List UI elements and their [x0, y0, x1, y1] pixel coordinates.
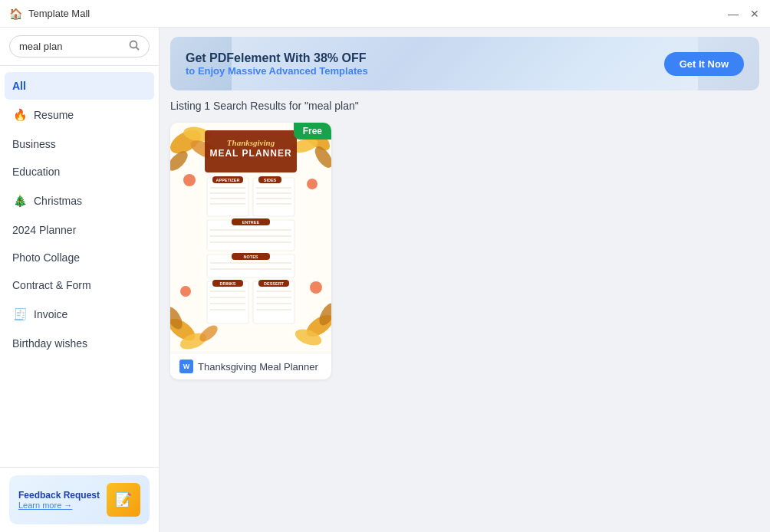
sidebar-footer: Feedback Request Learn more → 📝	[0, 467, 159, 532]
template-card[interactable]: Free	[170, 123, 331, 379]
sidebar-item-birthday-wishes[interactable]: Birthday wishes	[0, 330, 159, 357]
templates-grid: Free	[170, 123, 759, 379]
search-box[interactable]	[9, 35, 150, 57]
svg-text:MEAL PLANNER: MEAL PLANNER	[209, 148, 291, 159]
feedback-card: Feedback Request Learn more → 📝	[9, 475, 150, 524]
sidebar-item-planner[interactable]: 2024 Planner	[0, 216, 159, 244]
banner-text: Get PDFelement With 38% OFF to Enjoy Mas…	[186, 51, 368, 77]
sidebar-item-label: All	[12, 80, 26, 92]
svg-point-18	[307, 179, 318, 189]
svg-rect-24	[207, 178, 248, 216]
svg-point-0	[130, 41, 137, 48]
sidebar-item-label: Birthday wishes	[12, 337, 87, 350]
sidebar-item-invoice[interactable]: 🧾 Invoice	[0, 299, 159, 330]
search-input[interactable]	[19, 41, 124, 52]
titlebar-left: 🏠 Template Mall	[9, 8, 90, 20]
sidebar-item-christmas[interactable]: 🎄 Christmas	[0, 186, 159, 216]
sidebar-item-label: Photo Collage	[12, 251, 80, 264]
svg-rect-50	[253, 281, 295, 323]
window-controls: — ✕	[727, 8, 761, 20]
fire-icon: 🔥	[12, 107, 28, 123]
sidebar-item-all[interactable]: All	[5, 72, 154, 100]
app-title: Template Mall	[28, 8, 90, 19]
sidebar-item-label: Business	[12, 138, 56, 150]
template-thumbnail: Free	[170, 123, 331, 353]
home-icon: 🏠	[9, 8, 22, 20]
promo-banner: Get PDFelement With 38% OFF to Enjoy Mas…	[170, 37, 759, 90]
template-name: Thanksgiving Meal Planner	[198, 361, 318, 373]
doc-icon: W	[179, 360, 193, 373]
titlebar: 🏠 Template Mall — ✕	[0, 0, 770, 28]
svg-point-20	[310, 281, 322, 294]
banner-subtitle: to Enjoy Massive Advanced Templates	[186, 65, 368, 77]
sidebar-item-label: Education	[12, 166, 60, 178]
svg-text:DESSERT: DESSERT	[264, 281, 285, 286]
banner-title: Get PDFelement With 38% OFF	[186, 51, 368, 65]
svg-rect-49	[207, 281, 248, 323]
svg-text:APPETIZER: APPETIZER	[216, 178, 240, 182]
svg-text:NOTES: NOTES	[244, 255, 258, 259]
svg-line-1	[137, 48, 140, 51]
svg-text:Thanksgiving: Thanksgiving	[227, 138, 275, 147]
banner-subtitle-text: to Enjoy Massive	[186, 65, 269, 77]
results-summary: Listing 1 Search Results for "meal plan"	[170, 100, 759, 112]
sidebar-item-education[interactable]: Education	[0, 158, 159, 186]
sidebar-nav: All 🔥 Resume Business Education 🎄 Christ…	[0, 66, 159, 467]
svg-point-19	[180, 286, 191, 297]
sidebar: All 🔥 Resume Business Education 🎄 Christ…	[0, 28, 160, 532]
svg-text:ENTREE: ENTREE	[242, 220, 260, 225]
app-body: All 🔥 Resume Business Education 🎄 Christ…	[0, 28, 770, 532]
get-it-now-button[interactable]: Get It Now	[664, 52, 744, 76]
feedback-image: 📝	[107, 483, 140, 517]
template-footer: W Thanksgiving Meal Planner	[170, 353, 331, 379]
sidebar-item-resume[interactable]: 🔥 Resume	[0, 100, 159, 130]
sidebar-item-label: Invoice	[34, 308, 67, 320]
svg-point-17	[183, 174, 196, 186]
feedback-link[interactable]: Learn more →	[18, 501, 100, 510]
sidebar-item-business[interactable]: Business	[0, 130, 159, 158]
close-button[interactable]: ✕	[749, 8, 761, 20]
invoice-icon: 🧾	[12, 307, 28, 322]
sidebar-header	[0, 28, 159, 66]
sidebar-item-label: Contract & Form	[12, 279, 91, 291]
main-content: Get PDFelement With 38% OFF to Enjoy Mas…	[160, 28, 770, 532]
feedback-title: Feedback Request	[18, 490, 100, 501]
christmas-icon: 🎄	[12, 193, 28, 209]
planner-visual: Thanksgiving MEAL PLANNER APPETIZER SIDE…	[170, 123, 331, 353]
sidebar-item-label: 2024 Planner	[12, 224, 76, 236]
free-badge: Free	[294, 123, 331, 140]
svg-text:SIDES: SIDES	[264, 178, 277, 182]
sidebar-item-photo-collage[interactable]: Photo Collage	[0, 244, 159, 271]
sidebar-item-label: Christmas	[34, 195, 82, 207]
sidebar-item-label: Resume	[34, 109, 74, 121]
svg-rect-25	[253, 178, 295, 216]
minimize-button[interactable]: —	[727, 8, 739, 20]
results-area: Listing 1 Search Results for "meal plan"…	[160, 100, 770, 390]
sidebar-item-contract-form[interactable]: Contract & Form	[0, 271, 159, 299]
banner-subtitle-highlight: Advanced Templates	[269, 65, 368, 77]
search-icon	[129, 40, 140, 53]
svg-text:DRINKS: DRINKS	[219, 281, 235, 286]
